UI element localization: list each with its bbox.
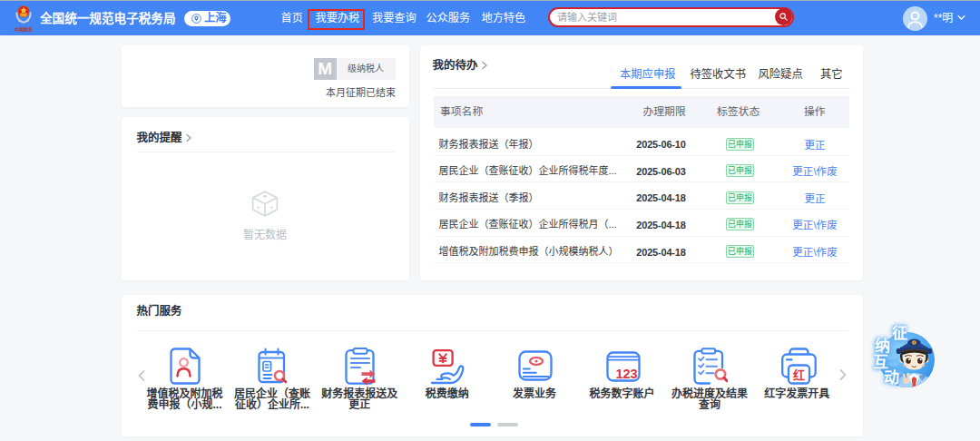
svg-text:123: 123 — [615, 367, 637, 381]
svg-text:红: 红 — [793, 368, 805, 382]
